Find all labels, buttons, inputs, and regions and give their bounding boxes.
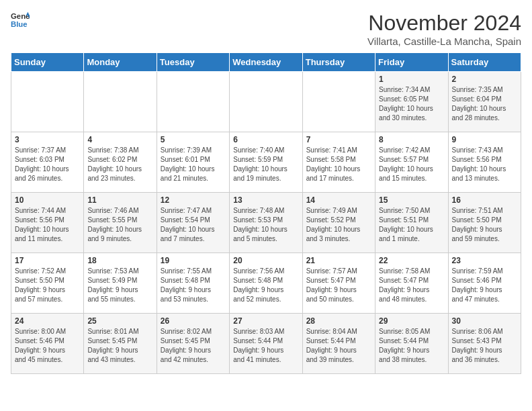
week-row-5: 24Sunrise: 8:00 AM Sunset: 5:46 PM Dayli… <box>11 314 521 374</box>
day-info: Sunrise: 8:03 AM Sunset: 5:44 PM Dayligh… <box>233 327 298 365</box>
day-info: Sunrise: 7:41 AM Sunset: 5:58 PM Dayligh… <box>306 146 371 183</box>
calendar-cell: 7Sunrise: 7:41 AM Sunset: 5:58 PM Daylig… <box>302 132 375 193</box>
day-number: 26 <box>161 316 226 326</box>
day-info: Sunrise: 8:01 AM Sunset: 5:45 PM Dayligh… <box>87 327 152 365</box>
calendar-cell: 19Sunrise: 7:55 AM Sunset: 5:48 PM Dayli… <box>157 253 229 314</box>
day-info: Sunrise: 7:34 AM Sunset: 6:05 PM Dayligh… <box>379 85 444 123</box>
calendar-header-row: SundayMondayTuesdayWednesdayThursdayFrid… <box>11 53 521 72</box>
calendar-cell: 29Sunrise: 8:05 AM Sunset: 5:44 PM Dayli… <box>375 314 448 374</box>
calendar-cell: 12Sunrise: 7:47 AM Sunset: 5:54 PM Dayli… <box>157 193 229 253</box>
day-info: Sunrise: 7:49 AM Sunset: 5:52 PM Dayligh… <box>306 206 371 244</box>
day-info: Sunrise: 7:57 AM Sunset: 5:47 PM Dayligh… <box>306 267 371 304</box>
day-number: 21 <box>306 256 371 265</box>
calendar-cell: 26Sunrise: 8:02 AM Sunset: 5:45 PM Dayli… <box>157 314 229 374</box>
day-number: 29 <box>379 316 444 326</box>
day-info: Sunrise: 7:47 AM Sunset: 5:54 PM Dayligh… <box>161 206 226 244</box>
day-number: 27 <box>233 316 298 326</box>
day-number: 5 <box>161 135 226 144</box>
day-info: Sunrise: 7:38 AM Sunset: 6:02 PM Dayligh… <box>87 146 152 183</box>
calendar-cell: 13Sunrise: 7:48 AM Sunset: 5:53 PM Dayli… <box>230 193 302 253</box>
calendar-cell: 27Sunrise: 8:03 AM Sunset: 5:44 PM Dayli… <box>230 314 302 374</box>
calendar-body: 1Sunrise: 7:34 AM Sunset: 6:05 PM Daylig… <box>11 72 521 374</box>
day-info: Sunrise: 7:59 AM Sunset: 5:46 PM Dayligh… <box>452 267 517 304</box>
day-number: 17 <box>15 256 80 265</box>
calendar-cell <box>302 72 375 132</box>
day-number: 16 <box>452 195 517 205</box>
day-info: Sunrise: 7:53 AM Sunset: 5:49 PM Dayligh… <box>87 267 152 304</box>
day-number: 24 <box>15 316 80 326</box>
day-info: Sunrise: 7:35 AM Sunset: 6:04 PM Dayligh… <box>452 85 517 123</box>
day-info: Sunrise: 7:44 AM Sunset: 5:56 PM Dayligh… <box>15 206 80 244</box>
day-info: Sunrise: 7:42 AM Sunset: 5:57 PM Dayligh… <box>379 146 444 183</box>
week-row-4: 17Sunrise: 7:52 AM Sunset: 5:50 PM Dayli… <box>11 253 521 314</box>
column-header-sunday: Sunday <box>11 53 84 72</box>
calendar-cell: 15Sunrise: 7:50 AM Sunset: 5:51 PM Dayli… <box>375 193 448 253</box>
day-info: Sunrise: 7:50 AM Sunset: 5:51 PM Dayligh… <box>379 206 444 244</box>
svg-text:General: General <box>11 12 30 20</box>
day-info: Sunrise: 8:04 AM Sunset: 5:44 PM Dayligh… <box>306 327 371 365</box>
calendar-cell: 11Sunrise: 7:46 AM Sunset: 5:55 PM Dayli… <box>84 193 157 253</box>
calendar-cell: 28Sunrise: 8:04 AM Sunset: 5:44 PM Dayli… <box>302 314 375 374</box>
day-info: Sunrise: 7:58 AM Sunset: 5:47 PM Dayligh… <box>379 267 444 304</box>
column-header-thursday: Thursday <box>302 53 375 72</box>
day-number: 9 <box>452 135 517 144</box>
day-number: 25 <box>87 316 152 326</box>
day-number: 12 <box>161 195 226 205</box>
day-info: Sunrise: 7:52 AM Sunset: 5:50 PM Dayligh… <box>15 267 80 304</box>
calendar-cell: 25Sunrise: 8:01 AM Sunset: 5:45 PM Dayli… <box>84 314 157 374</box>
month-title: November 2024 <box>367 11 521 36</box>
calendar-cell: 22Sunrise: 7:58 AM Sunset: 5:47 PM Dayli… <box>375 253 448 314</box>
day-number: 11 <box>87 195 152 205</box>
location-subtitle: Villarta, Castille-La Mancha, Spain <box>367 36 521 47</box>
logo-icon: General Blue <box>11 11 30 30</box>
calendar-cell: 17Sunrise: 7:52 AM Sunset: 5:50 PM Dayli… <box>11 253 84 314</box>
day-number: 3 <box>15 135 80 144</box>
svg-text:Blue: Blue <box>11 20 28 28</box>
column-header-monday: Monday <box>84 53 157 72</box>
calendar-cell: 18Sunrise: 7:53 AM Sunset: 5:49 PM Dayli… <box>84 253 157 314</box>
day-info: Sunrise: 7:40 AM Sunset: 5:59 PM Dayligh… <box>233 146 298 183</box>
day-number: 8 <box>379 135 444 144</box>
title-block: November 2024 Villarta, Castille-La Manc… <box>367 11 521 47</box>
column-header-tuesday: Tuesday <box>157 53 229 72</box>
calendar-cell: 1Sunrise: 7:34 AM Sunset: 6:05 PM Daylig… <box>375 72 448 132</box>
day-info: Sunrise: 7:46 AM Sunset: 5:55 PM Dayligh… <box>87 206 152 244</box>
day-number: 23 <box>452 256 517 265</box>
week-row-1: 1Sunrise: 7:34 AM Sunset: 6:05 PM Daylig… <box>11 72 521 132</box>
day-info: Sunrise: 7:39 AM Sunset: 6:01 PM Dayligh… <box>161 146 226 183</box>
day-info: Sunrise: 7:56 AM Sunset: 5:48 PM Dayligh… <box>233 267 298 304</box>
column-header-friday: Friday <box>375 53 448 72</box>
calendar-cell <box>230 72 302 132</box>
day-number: 14 <box>306 195 371 205</box>
day-number: 28 <box>306 316 371 326</box>
header: General Blue November 2024 Villarta, Cas… <box>11 11 521 47</box>
day-number: 4 <box>87 135 152 144</box>
calendar-cell: 8Sunrise: 7:42 AM Sunset: 5:57 PM Daylig… <box>375 132 448 193</box>
calendar-cell: 5Sunrise: 7:39 AM Sunset: 6:01 PM Daylig… <box>157 132 229 193</box>
day-info: Sunrise: 7:48 AM Sunset: 5:53 PM Dayligh… <box>233 206 298 244</box>
day-number: 2 <box>452 75 517 84</box>
day-info: Sunrise: 7:51 AM Sunset: 5:50 PM Dayligh… <box>452 206 517 244</box>
calendar-cell: 9Sunrise: 7:43 AM Sunset: 5:56 PM Daylig… <box>448 132 521 193</box>
day-info: Sunrise: 7:55 AM Sunset: 5:48 PM Dayligh… <box>161 267 226 304</box>
week-row-2: 3Sunrise: 7:37 AM Sunset: 6:03 PM Daylig… <box>11 132 521 193</box>
day-info: Sunrise: 7:43 AM Sunset: 5:56 PM Dayligh… <box>452 146 517 183</box>
day-number: 6 <box>233 135 298 144</box>
day-number: 10 <box>15 195 80 205</box>
calendar-cell: 4Sunrise: 7:38 AM Sunset: 6:02 PM Daylig… <box>84 132 157 193</box>
calendar-cell <box>157 72 229 132</box>
calendar-cell <box>11 72 84 132</box>
calendar-cell: 2Sunrise: 7:35 AM Sunset: 6:04 PM Daylig… <box>448 72 521 132</box>
calendar-table: SundayMondayTuesdayWednesdayThursdayFrid… <box>11 52 521 374</box>
logo: General Blue <box>11 11 30 30</box>
day-number: 1 <box>379 75 444 84</box>
calendar-cell: 16Sunrise: 7:51 AM Sunset: 5:50 PM Dayli… <box>448 193 521 253</box>
day-info: Sunrise: 8:00 AM Sunset: 5:46 PM Dayligh… <box>15 327 80 365</box>
day-info: Sunrise: 7:37 AM Sunset: 6:03 PM Dayligh… <box>15 146 80 183</box>
day-number: 30 <box>452 316 517 326</box>
calendar-cell: 23Sunrise: 7:59 AM Sunset: 5:46 PM Dayli… <box>448 253 521 314</box>
day-info: Sunrise: 8:02 AM Sunset: 5:45 PM Dayligh… <box>161 327 226 365</box>
calendar-cell: 10Sunrise: 7:44 AM Sunset: 5:56 PM Dayli… <box>11 193 84 253</box>
calendar-cell: 21Sunrise: 7:57 AM Sunset: 5:47 PM Dayli… <box>302 253 375 314</box>
day-info: Sunrise: 8:06 AM Sunset: 5:43 PM Dayligh… <box>452 327 517 365</box>
